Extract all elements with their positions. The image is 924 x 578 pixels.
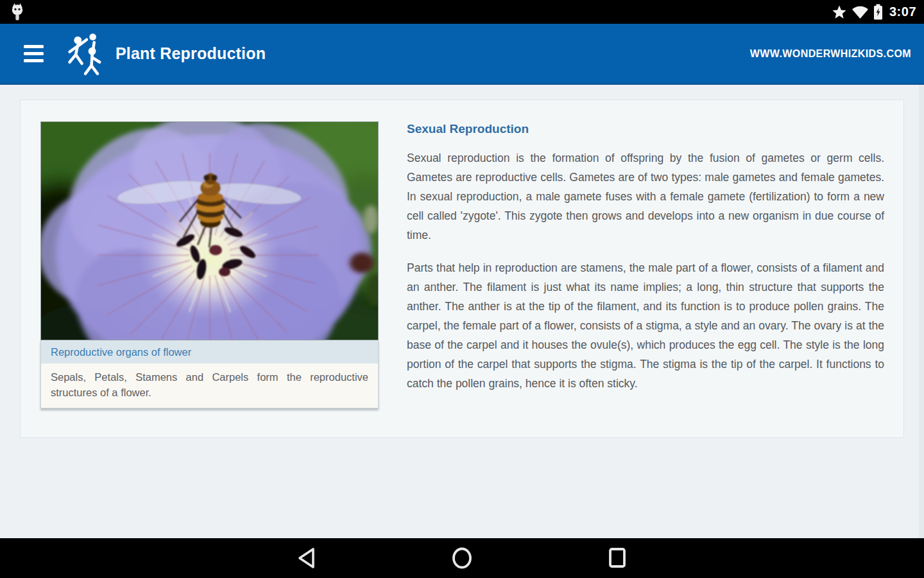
home-icon	[450, 546, 474, 570]
back-button[interactable]	[291, 543, 322, 574]
article: Sexual Reproduction Sexual reproduction …	[407, 121, 884, 437]
notification-icon	[9, 3, 26, 22]
back-icon	[296, 546, 318, 570]
wonderwhizkids-logo-icon	[64, 31, 108, 77]
flower-image[interactable]	[40, 121, 379, 340]
paragraph-1: Sexual reproduction is the formation of …	[407, 148, 884, 245]
scrollbar-track[interactable]	[919, 85, 924, 538]
figure-caption-title: Reproductive organs of flower	[41, 340, 378, 363]
figure-caption-description: Sepals, Petals, Stamens and Carpels form…	[41, 363, 378, 408]
paragraph-2: Parts that help in reproduction are stam…	[407, 258, 884, 393]
hamburger-menu-icon[interactable]	[17, 37, 50, 71]
content-card: Reproductive organs of flower Sepals, Pe…	[20, 100, 904, 438]
flower-photo-illustration	[41, 122, 378, 340]
wifi-icon	[851, 4, 869, 19]
clock: 3:07	[889, 4, 916, 19]
flower-figure: Reproductive organs of flower Sepals, Pe…	[40, 121, 379, 437]
status-bar[interactable]: 3:07	[0, 0, 924, 24]
home-button[interactable]	[447, 543, 477, 574]
website-link[interactable]: WWW.WONDERWHIZKIDS.COM	[750, 48, 911, 60]
status-bar-notifications	[5, 3, 26, 22]
star-icon	[832, 4, 847, 20]
battery-charging-icon	[873, 4, 883, 20]
recents-icon	[606, 546, 628, 570]
app-bar: Plant Reproduction WWW.WONDERWHIZKIDS.CO…	[0, 24, 924, 85]
figure-caption-block: Reproductive organs of flower Sepals, Pe…	[40, 340, 379, 408]
section-heading: Sexual Reproduction	[407, 122, 884, 136]
page-title: Plant Reproduction	[116, 44, 266, 63]
navigation-bar	[0, 538, 924, 578]
content-area: Reproductive organs of flower Sepals, Pe…	[0, 85, 924, 538]
android-screen: 3:07 Plant Reproduction W	[0, 0, 924, 578]
status-bar-system-icons: 3:07	[832, 4, 919, 20]
recents-button[interactable]	[602, 543, 633, 574]
